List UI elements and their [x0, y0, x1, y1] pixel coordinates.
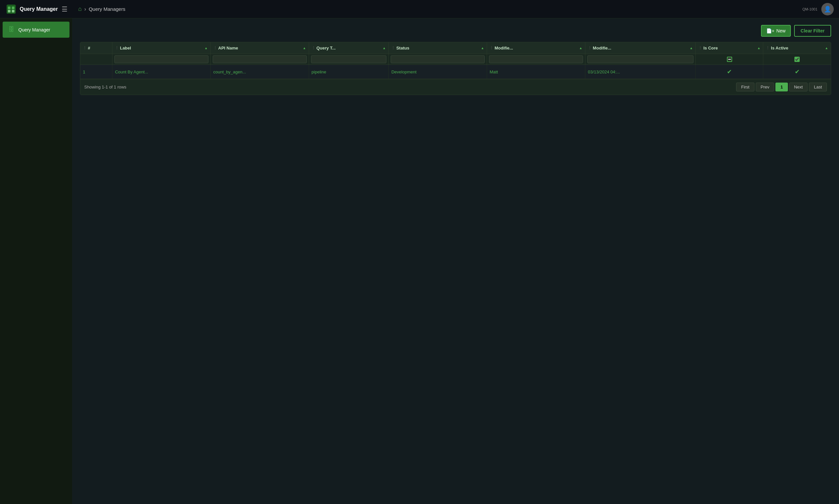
col-header-isactive[interactable]: ⋮ Is Active ▲: [763, 42, 831, 54]
sort-icon-qtype: ▲: [382, 46, 386, 50]
new-doc-icon: 📄+: [766, 28, 774, 33]
page-next-button[interactable]: Next: [789, 83, 808, 91]
topbar-left: Query Manager ☰ ⌂ › Query Managers: [5, 3, 125, 15]
col-header-modby[interactable]: ⋮ Modifie... ▲: [487, 42, 585, 54]
data-table: ⋮ # ⋮ Label ▲: [80, 42, 831, 79]
filter-api[interactable]: [210, 54, 309, 65]
col-label-qtype: Query T...: [317, 46, 336, 51]
page-current-button[interactable]: 1: [775, 83, 788, 91]
drag-handle-num: ⋮: [83, 46, 87, 50]
sort-icon-api: ▲: [303, 46, 306, 50]
page-first-button[interactable]: First: [736, 83, 754, 91]
drag-handle-status: ⋮: [391, 46, 395, 50]
drag-handle-qtype: ⋮: [312, 46, 315, 50]
cell-num[interactable]: 1: [80, 65, 112, 79]
main-layout: 🗄 Query Manager 📄+ New Clear Filter: [0, 18, 839, 504]
cell-label[interactable]: Count By Agent...: [112, 65, 210, 79]
col-header-modat[interactable]: ⋮ Modifie... ▲: [585, 42, 695, 54]
filter-modat[interactable]: [585, 54, 695, 65]
col-header-iscore[interactable]: ⋮ Is Core ▲: [696, 42, 763, 54]
row-qtype-link[interactable]: pipeline: [312, 70, 326, 74]
filter-modby-input[interactable]: [489, 55, 583, 63]
filter-isactive-checkbox[interactable]: [795, 57, 800, 62]
page-prev-button[interactable]: Prev: [756, 83, 774, 91]
filter-row: [80, 54, 831, 65]
svg-rect-2: [12, 6, 14, 9]
row-status-link[interactable]: Development: [391, 70, 416, 74]
col-label-num: #: [88, 46, 90, 51]
drag-handle-api: ⋮: [213, 46, 217, 50]
row-api-link[interactable]: count_by_agen...: [213, 70, 246, 74]
col-header-status[interactable]: ⋮ Status ▲: [389, 42, 487, 54]
col-label-api: API Name: [218, 46, 238, 51]
drag-handle-iscore: ⋮: [698, 46, 702, 50]
filter-modby[interactable]: [487, 54, 585, 65]
cell-qtype[interactable]: pipeline: [309, 65, 389, 79]
avatar: 👤: [821, 3, 834, 15]
cell-api[interactable]: count_by_agen...: [210, 65, 309, 79]
filter-qtype-input[interactable]: [311, 55, 387, 63]
col-label-iscore: Is Core: [703, 46, 718, 51]
cell-iscore: ✔: [696, 65, 763, 79]
drag-handle-label: ⋮: [115, 46, 119, 50]
pagination-info: Showing 1-1 of 1 rows: [84, 85, 126, 89]
sort-icon-label: ▲: [204, 46, 208, 50]
col-header-qtype[interactable]: ⋮ Query T... ▲: [309, 42, 389, 54]
row-label-link[interactable]: Count By Agent...: [115, 70, 148, 74]
filter-num: [80, 54, 112, 65]
filter-label-input[interactable]: [114, 55, 209, 63]
table-header-row: ⋮ # ⋮ Label ▲: [80, 42, 831, 54]
topbar-right: QM-1001 👤: [802, 3, 834, 15]
svg-rect-3: [8, 10, 11, 13]
filter-label[interactable]: [112, 54, 210, 65]
sidebar-item-label: Query Manager: [18, 27, 50, 33]
sidebar-item-query-manager[interactable]: 🗄 Query Manager: [3, 22, 70, 38]
pagination-controls: First Prev 1 Next Last: [736, 83, 827, 91]
cell-modby[interactable]: Matt: [487, 65, 585, 79]
table-row: 1 Count By Agent... count_by_agen... pip…: [80, 65, 831, 79]
filter-isactive[interactable]: [763, 54, 831, 65]
col-label-isactive: Is Active: [771, 46, 788, 51]
sort-icon-modat: ▲: [690, 46, 693, 50]
svg-rect-1: [8, 6, 11, 9]
logo-box: Query Manager: [5, 3, 58, 15]
filter-iscore-checkbox[interactable]: [727, 57, 732, 62]
topbar: Query Manager ☰ ⌂ › Query Managers QM-10…: [0, 0, 839, 18]
pagination-bar: Showing 1-1 of 1 rows First Prev 1 Next …: [80, 79, 831, 95]
page-last-button[interactable]: Last: [809, 83, 827, 91]
hamburger-menu[interactable]: ☰: [61, 5, 68, 13]
col-header-num[interactable]: ⋮ #: [80, 42, 112, 54]
query-manager-icon: 🗄: [8, 26, 14, 33]
app-title: Query Manager: [20, 6, 58, 12]
filter-qtype[interactable]: [309, 54, 389, 65]
home-icon[interactable]: ⌂: [78, 5, 82, 13]
col-label-label: Label: [120, 46, 131, 51]
drag-handle-modby: ⋮: [489, 46, 493, 50]
row-modat-link[interactable]: 03/13/2024 04:...: [588, 70, 620, 74]
row-num-link[interactable]: 1: [83, 70, 85, 74]
row-modby-link[interactable]: Matt: [489, 70, 498, 74]
sort-icon-isactive: ▲: [825, 46, 828, 50]
filter-iscore[interactable]: [696, 54, 763, 65]
filter-status-input[interactable]: [391, 55, 485, 63]
cell-status[interactable]: Development: [389, 65, 487, 79]
content-area: 📄+ New Clear Filter: [72, 18, 839, 504]
col-header-api[interactable]: ⋮ API Name ▲: [210, 42, 309, 54]
svg-rect-0: [6, 5, 16, 14]
cell-modat[interactable]: 03/13/2024 04:...: [585, 65, 695, 79]
breadcrumb-separator: ›: [84, 6, 86, 12]
iscore-checkmark: ✔: [727, 69, 732, 75]
filter-api-input[interactable]: [213, 55, 307, 63]
col-label-status: Status: [396, 46, 409, 51]
filter-modat-input[interactable]: [587, 55, 694, 63]
drag-handle-modat: ⋮: [588, 46, 592, 50]
sort-icon-modby: ▲: [579, 46, 583, 50]
data-table-wrapper: ⋮ # ⋮ Label ▲: [80, 42, 831, 95]
user-id: QM-1001: [802, 7, 817, 11]
new-button[interactable]: 📄+ New: [761, 25, 791, 37]
clear-filter-button[interactable]: Clear Filter: [794, 25, 831, 37]
col-label-modat: Modifie...: [593, 46, 611, 51]
col-header-label[interactable]: ⋮ Label ▲: [112, 42, 210, 54]
drag-handle-isactive: ⋮: [766, 46, 769, 50]
filter-status[interactable]: [389, 54, 487, 65]
